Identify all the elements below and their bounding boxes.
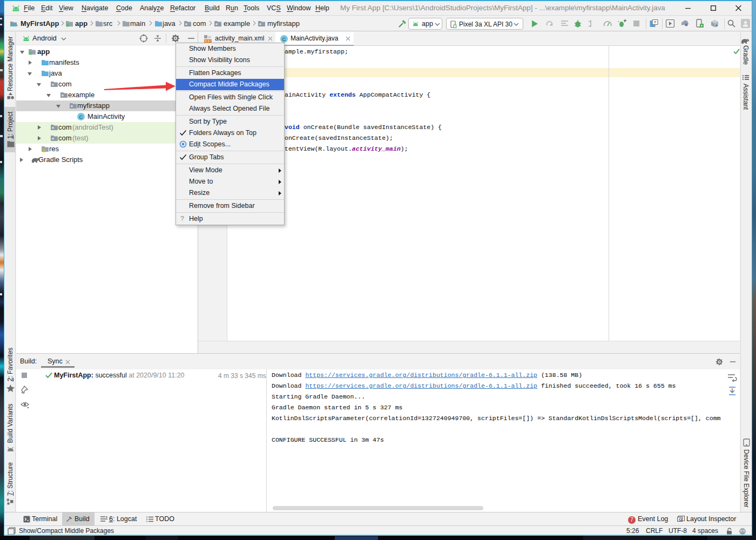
svg-text:C: C [79, 114, 83, 120]
svg-text:C: C [282, 36, 286, 42]
